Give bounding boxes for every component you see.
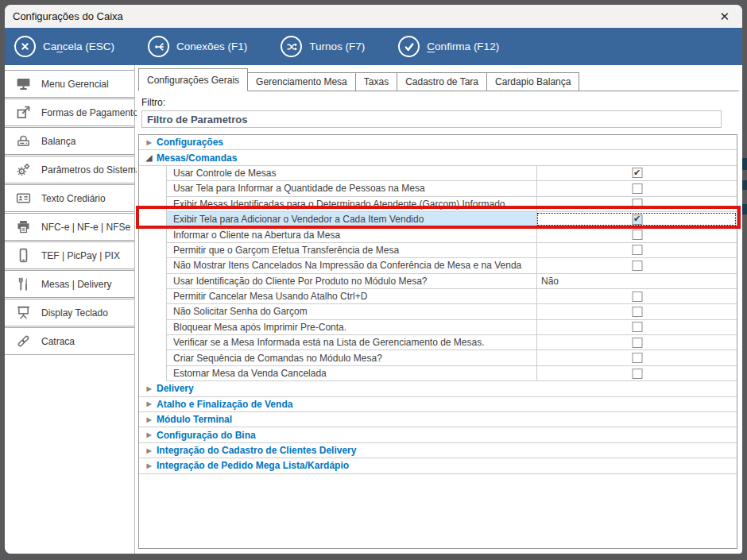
tab[interactable]: Cadastro de Tara [397, 72, 487, 91]
receipt-printer-icon [5, 218, 41, 235]
parameter-row[interactable]: Módulo Terminal [139, 412, 737, 427]
parameter-value-cell [536, 304, 737, 319]
expand-arrow-icon[interactable] [143, 416, 155, 423]
parameter-row[interactable]: Estornar Mesa da Venda Cancelada [166, 366, 737, 381]
connections-button[interactable]: Conexões (F1) [148, 36, 247, 57]
checkbox[interactable] [632, 168, 642, 178]
parameter-label: Atalho e Finalização de Venda [155, 397, 737, 411]
tab[interactable]: Configurações Gerais [138, 68, 248, 91]
parameter-row[interactable]: Informar o Cliente na Abertura da Mesa [166, 227, 737, 242]
parameter-row[interactable]: Configuração do Bina [139, 427, 737, 442]
close-icon[interactable]: ✕ [714, 9, 734, 24]
parameter-row[interactable]: Usar Controle de Mesas [166, 166, 737, 181]
parameter-value-cell [536, 350, 737, 365]
expand-arrow-icon[interactable] [143, 385, 155, 392]
parameter-row[interactable]: Configurações [139, 135, 737, 150]
sidebar-item-menu-gerencial[interactable]: Menu Gerencial [5, 70, 134, 98]
parameter-value-cell [536, 289, 737, 303]
filter-input[interactable] [141, 110, 722, 128]
sidebar-item-mesas-delivery[interactable]: Mesas | Delivery [5, 270, 134, 298]
title-bar: Configurações do Caixa ✕ [5, 5, 742, 28]
parameter-row[interactable]: Atalho e Finalização de Venda [139, 397, 737, 412]
expand-arrow-icon[interactable] [143, 139, 155, 146]
parameter-row[interactable]: Usar Tela para Informar a Quantidade de … [166, 181, 737, 196]
background-window-fragment [742, 180, 747, 190]
cutlery-icon [5, 276, 41, 292]
sidebar-item-nfce-nfe-nfse[interactable]: NFC-e | NF-e | NFSe [5, 213, 134, 241]
tab-label: Cardapio Balança [495, 76, 571, 87]
connections-button-label: Conexões (F1) [176, 41, 247, 52]
shifts-button[interactable]: Turnos (F7) [281, 36, 365, 57]
parameter-label: Permitir Cancelar Mesa Usando Atalho Ctr… [167, 289, 536, 303]
sidebar-item-parametros-do-sistema[interactable]: Parâmetros do Sistema [5, 156, 134, 183]
parameter-label: Informar o Cliente na Abertura da Mesa [167, 227, 536, 241]
checkbox[interactable] [632, 307, 642, 317]
sidebar-item-label: Mesas | Delivery [41, 279, 111, 290]
parameter-row[interactable]: Verificar se a Mesa Informada está na Li… [166, 335, 737, 350]
background-window-fragment [742, 204, 747, 214]
parameter-value-cell [536, 320, 737, 334]
tab-label: Taxas [364, 76, 389, 87]
checkbox[interactable] [632, 322, 642, 332]
cancel-button[interactable]: Cancela (ESC) [14, 36, 114, 57]
parameter-label: Usar Identificação do Cliente Por Produt… [167, 274, 536, 288]
checkbox[interactable] [632, 245, 642, 255]
sidebar-item-label: Display Teclado [41, 307, 108, 319]
expand-arrow-icon[interactable] [143, 431, 155, 438]
parameters-panel: Configurações Mesas/Comandas [138, 134, 737, 549]
toolbar: Cancela (ESC) Conexões (F1) [5, 28, 742, 65]
tab[interactable]: Taxas [355, 72, 397, 91]
parameter-row[interactable]: Mesas/Comandas [139, 150, 737, 165]
checkbox[interactable] [632, 183, 642, 194]
tab-label: Gerenciamento Mesa [256, 76, 347, 87]
parameter-row[interactable]: Integração do Cadastro de Clientes Deliv… [139, 443, 737, 458]
sidebar-item-label: Menu Gerencial [41, 79, 109, 90]
main-content: Configurações Gerais Gerenciamento Mesa … [137, 65, 739, 549]
expand-arrow-icon[interactable] [143, 462, 155, 469]
sidebar-item-label: Catraca [41, 336, 75, 347]
checkbox[interactable] [632, 214, 642, 225]
checkbox[interactable] [632, 338, 642, 348]
parameter-value-cell [536, 258, 737, 272]
tab[interactable]: Cardapio Balança [486, 72, 579, 91]
sidebar-item-balanca[interactable]: Balança [5, 127, 134, 155]
id-card-icon [5, 190, 41, 207]
checkbox[interactable] [632, 230, 642, 240]
checkbox[interactable] [632, 369, 642, 379]
parameter-row[interactable]: Não Mostrar Itens Cancelados Na Impressã… [166, 258, 737, 273]
tab[interactable]: Gerenciamento Mesa [247, 72, 356, 91]
checkbox[interactable] [632, 292, 642, 302]
cancel-circle-icon [14, 36, 36, 57]
sidebar-item-catraca[interactable]: Catraca [5, 327, 134, 355]
filter-label: Filtro: [141, 97, 739, 108]
parameter-value-cell [536, 181, 737, 195]
parameter-row[interactable]: Criar Sequência de Comandas no Módulo Me… [166, 350, 737, 365]
parameter-row[interactable]: Permitir Cancelar Mesa Usando Atalho Ctr… [166, 289, 737, 304]
parameter-row[interactable]: Exibir Mesas Identificadas para o Determ… [166, 197, 737, 212]
parameter-row[interactable]: Não Solicitar Senha do Garçom [166, 304, 737, 319]
display-screen-icon [5, 304, 41, 321]
sidebar-item-tef-picpay-pix[interactable]: TEF | PicPay | PIX [5, 241, 134, 269]
checkbox[interactable] [632, 353, 642, 363]
parameter-row[interactable]: Bloquear Mesa após Imprimir Pre-Conta. [166, 320, 737, 335]
parameter-label: Verificar se a Mesa Informada está na Li… [167, 335, 536, 350]
parameter-label: Criar Sequência de Comandas no Módulo Me… [167, 350, 536, 365]
sidebar-item-texto-crediario[interactable]: Texto Crediário [5, 184, 134, 212]
sidebar-item-label: Balança [41, 136, 75, 147]
parameter-row[interactable]: Delivery [139, 381, 737, 396]
parameter-row[interactable]: Exibir Tela para Adicionar o Vendedor a … [166, 212, 737, 227]
parameter-label: Delivery [155, 381, 737, 396]
expand-arrow-icon[interactable] [143, 447, 155, 454]
sidebar-item-label: Parâmetros do Sistema [41, 164, 141, 176]
expand-arrow-icon[interactable] [143, 400, 155, 407]
parameter-label: Não Mostrar Itens Cancelados Na Impressã… [167, 258, 536, 272]
parameter-row[interactable]: Usar Identificação do Cliente Por Produt… [166, 274, 737, 289]
expand-arrow-icon[interactable] [143, 153, 155, 162]
parameter-row[interactable]: Integração de Pedido Mega Lista/Kardápio [139, 458, 737, 473]
sidebar-item-formas-de-pagamento[interactable]: Formas de Pagamento [5, 98, 134, 126]
checkbox[interactable] [632, 261, 642, 271]
checkbox[interactable] [632, 199, 642, 209]
confirm-button[interactable]: Confirma (F12) [398, 36, 499, 57]
parameter-row[interactable]: Permitir que o Garçom Efetua Transferênc… [166, 243, 737, 258]
sidebar-item-display-teclado[interactable]: Display Teclado [5, 299, 134, 326]
